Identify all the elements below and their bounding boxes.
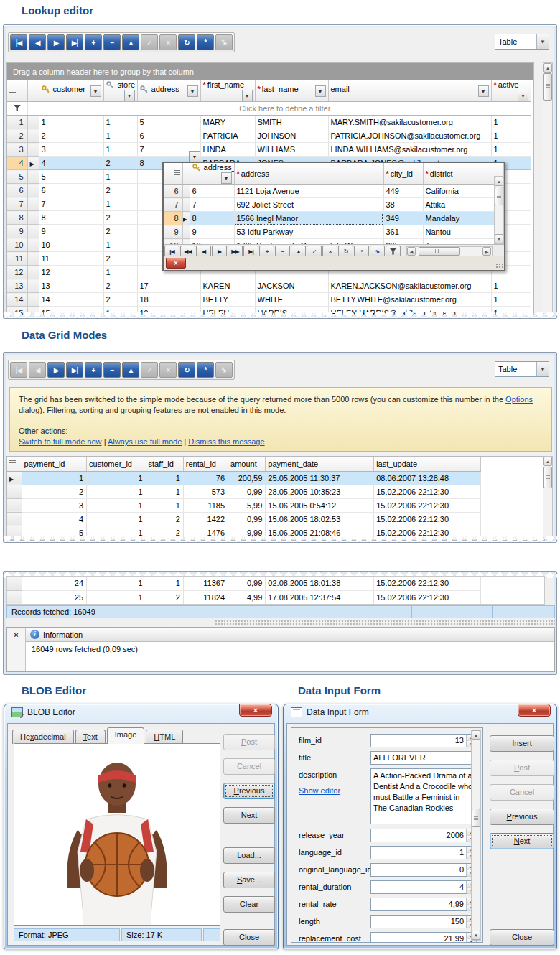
- scroll-up-button[interactable]: [472, 730, 480, 740]
- toolbar-button-icon[interactable]: +: [85, 34, 102, 50]
- toolbar-button-icon[interactable]: ◀: [29, 362, 46, 378]
- dialog-button[interactable]: Post: [490, 760, 554, 776]
- chevron-down-icon[interactable]: ▼: [536, 34, 549, 49]
- column-header[interactable]: *address ▼: [234, 163, 383, 185]
- dialog-button[interactable]: Insert: [490, 735, 554, 752]
- table-row[interactable]: 6 61121 Loja Avenue449California: [164, 185, 504, 198]
- field-input[interactable]: ALI FOREVER ▲▼: [370, 751, 477, 765]
- column-header[interactable]: payment_id: [22, 457, 86, 471]
- corner-cell[interactable]: [164, 163, 182, 185]
- dialog-button[interactable]: Next: [490, 833, 554, 849]
- scroll-right-button[interactable]: [482, 247, 491, 256]
- dialog-button[interactable]: Next: [223, 807, 275, 824]
- scroll-up-button[interactable]: [543, 63, 552, 73]
- toolbar-button-icon[interactable]: ↻: [178, 34, 195, 50]
- scrollbar-thumb[interactable]: [543, 73, 552, 101]
- toolbar-button-icon[interactable]: |◀: [10, 362, 27, 378]
- corner-cell[interactable]: [7, 80, 27, 102]
- scroll-up-button[interactable]: [543, 457, 552, 466]
- switch-full-mode-link[interactable]: Switch to full mode now: [19, 437, 102, 446]
- tab[interactable]: Text: [75, 730, 106, 744]
- field-input[interactable]: 13 ▲▼: [370, 734, 477, 747]
- scrollbar-thumb[interactable]: [495, 187, 503, 205]
- column-filter-dropdown[interactable]: ▼: [124, 90, 135, 101]
- scroll-up-button[interactable]: [495, 177, 503, 186]
- field-input[interactable]: 150 ▲▼: [370, 915, 477, 928]
- table-row[interactable]: 2411 113670,9902.08.2005 18:01:3815.02.2…: [7, 577, 481, 590]
- toolbar-button-icon[interactable]: *: [197, 34, 214, 50]
- field-input[interactable]: 1 ▲▼: [370, 846, 477, 860]
- column-filter-dropdown[interactable]: ▼: [478, 85, 489, 97]
- dialog-button[interactable]: Previous: [223, 783, 275, 799]
- toolbar-button-icon[interactable]: ▲: [122, 362, 139, 378]
- dialog-button[interactable]: Save...: [223, 872, 275, 888]
- table-row[interactable]: 9 953 Idfu Parkway361Nantou: [164, 225, 504, 239]
- column-header[interactable]: rental_id: [183, 457, 228, 471]
- column-header[interactable]: last_update: [374, 457, 481, 471]
- dialog-button[interactable]: Cancel: [223, 758, 275, 775]
- popup-vertical-scrollbar[interactable]: [494, 176, 504, 244]
- payment-vertical-scrollbar[interactable]: [543, 456, 553, 539]
- column-header[interactable]: *store ▼: [103, 80, 137, 102]
- scroll-down-button[interactable]: [495, 234, 503, 243]
- table-row[interactable]: 2 216 PATRICIAJOHNSONPATRICIA.JOHNSON@sa…: [7, 129, 531, 143]
- scrollbar-thumb[interactable]: [543, 467, 552, 488]
- scroll-down-button[interactable]: [472, 931, 480, 940]
- field-input[interactable]: 0 ▲▼: [370, 863, 477, 877]
- toolbar-button-icon[interactable]: ▲: [122, 34, 139, 50]
- column-header[interactable]: payment_date: [266, 457, 374, 471]
- close-icon[interactable]: [518, 704, 551, 717]
- field-input[interactable]: 4 ▲▼: [370, 880, 477, 894]
- resize-grip[interactable]: [495, 263, 503, 269]
- close-icon[interactable]: [239, 704, 272, 717]
- scrollbar-thumb[interactable]: [419, 247, 460, 256]
- popup-close-button[interactable]: ×: [166, 258, 186, 269]
- tab[interactable]: Hexadecimal: [12, 730, 74, 744]
- toolbar-button-icon[interactable]: ◀: [29, 34, 46, 50]
- table-row[interactable]: 7 7692 Joliet Street38Attika: [164, 198, 504, 212]
- table-row[interactable]: 111 76200,5925.05.2005 11:30:3708.06.200…: [7, 471, 481, 485]
- column-header[interactable]: *email ▼: [328, 80, 491, 102]
- column-filter-dropdown[interactable]: ▼: [315, 85, 326, 97]
- table-row[interactable]: 311 11855,9915.06.2005 0:54:1215.02.2006…: [7, 498, 481, 512]
- table-row[interactable]: 1 115 MARYSMITHMARY.SMITH@sakilacustomer…: [7, 116, 531, 129]
- column-header[interactable]: *district ▼: [423, 163, 504, 185]
- table-row[interactable]: 211 5730,9928.05.2005 10:35:2315.02.2006…: [7, 485, 481, 498]
- dialog-button[interactable]: Close: [490, 929, 554, 946]
- scroll-left-button[interactable]: [407, 247, 416, 256]
- field-input[interactable]: A Action-Packed Drama of a Dentist And a…: [370, 768, 477, 824]
- dismiss-message-link[interactable]: Dismiss this message: [188, 437, 264, 446]
- column-header[interactable]: *city_id ▼: [383, 163, 423, 185]
- column-header[interactable]: *last_name ▼: [255, 80, 328, 102]
- toolbar-button-icon[interactable]: *: [197, 362, 214, 378]
- tab[interactable]: HTML: [146, 730, 183, 744]
- dialog-button[interactable]: Cancel: [490, 784, 554, 801]
- view-mode-combobox[interactable]: Table ▼: [495, 361, 549, 377]
- toolbar-button-icon[interactable]: ✓: [141, 362, 158, 378]
- form-vertical-scrollbar[interactable]: [471, 730, 481, 941]
- toolbar-button-icon[interactable]: ▶: [47, 362, 65, 378]
- column-filter-dropdown[interactable]: ▼: [187, 85, 198, 97]
- column-header[interactable]: *customer ▼: [39, 80, 103, 102]
- column-filter-dropdown[interactable]: ▼: [518, 90, 528, 101]
- lookup-vertical-scrollbar[interactable]: [543, 62, 553, 315]
- field-input[interactable]: 21,99 ▲▼: [370, 932, 477, 943]
- table-row[interactable]: 3 317 LINDAWILLIAMSLINDA.WILLIAMS@sakila…: [7, 143, 531, 157]
- column-header[interactable]: *active ▼: [491, 80, 531, 102]
- group-by-panel[interactable]: Drag a column header here to group by th…: [7, 63, 533, 80]
- filter-row[interactable]: Click here to define a filter: [7, 102, 531, 116]
- corner-cell[interactable]: [7, 457, 22, 471]
- toolbar-button-icon[interactable]: ✓: [141, 34, 158, 50]
- dialog-button[interactable]: Close: [223, 929, 275, 946]
- column-filter-dropdown[interactable]: ▼: [221, 172, 232, 184]
- toolbar-button-icon[interactable]: |◀: [10, 34, 27, 50]
- toolbar-button-icon[interactable]: −: [103, 34, 121, 50]
- field-input[interactable]: 4,99 ▲▼: [370, 898, 477, 911]
- close-information-button[interactable]: ×: [7, 628, 26, 671]
- table-row[interactable]: 13 13217 KARENJACKSONKAREN.JACKSON@sakil…: [7, 279, 531, 293]
- options-link[interactable]: Options: [505, 395, 533, 404]
- dialog-button[interactable]: Load...: [223, 847, 275, 864]
- tab[interactable]: Image: [107, 727, 145, 744]
- scrollbar-thumb[interactable]: [472, 809, 480, 827]
- toolbar-button-icon[interactable]: ▶: [47, 34, 65, 50]
